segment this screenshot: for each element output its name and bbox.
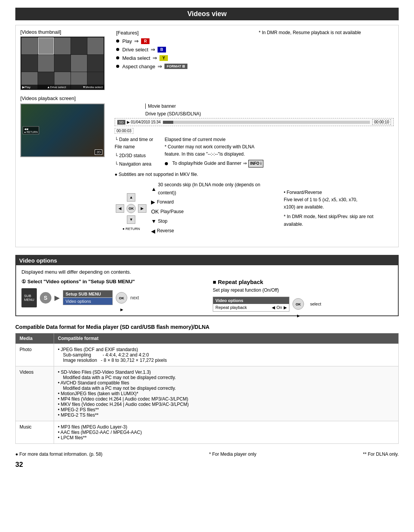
thumbnail-section: [Videos thumbnail] xyxy=(20,29,108,90)
table-row-music: Music • MP3 files (MPEG Audio Layer-3) •… xyxy=(16,421,399,443)
format-videos: • SD-Video Files (SD-Video Standard Ver.… xyxy=(54,366,399,421)
movie-banner-label: Movie banner xyxy=(145,103,394,109)
next-label: next xyxy=(130,295,139,300)
table-row-photo: Photo • JPEG files (DCF and EXIF standar… xyxy=(16,343,399,366)
time-counter: 00:00:03 xyxy=(115,128,133,134)
date-file-label: Date and time orFile name xyxy=(115,137,153,149)
stop-item: ▼ Stop xyxy=(151,217,279,226)
dmr-skip-note: * In DMR mode, Next skip/Prev. skip are … xyxy=(284,213,394,228)
feature-drive-select: Drive select ⇒ B xyxy=(116,46,251,53)
compat-title: Compatible Data format for Media player … xyxy=(15,324,399,330)
repeat-on-value: On xyxy=(276,305,282,310)
dpad-down-button[interactable]: ▼ xyxy=(127,215,135,224)
repeat-playback-header: ■ Repeat playback xyxy=(213,279,393,285)
thumb-cell xyxy=(87,55,104,72)
menu-box-item-video-options[interactable]: Video options xyxy=(63,297,112,305)
arrow-forward-icon: ▶ xyxy=(54,294,60,302)
feature-play: Play ⇒ R xyxy=(116,38,251,44)
controls-labels: ▲ 30 seconds skip (In DLNA mode only (de… xyxy=(151,181,279,236)
bullet-icon xyxy=(165,162,168,165)
repeat-menu-item[interactable]: Repeat playback ◀ On ▶ xyxy=(213,304,289,311)
left-arrow-icon: ◀ xyxy=(151,227,155,236)
thumb-grid xyxy=(21,37,104,90)
sub-menu-icon: SUBMENU xyxy=(21,288,37,307)
timeline-fill xyxy=(163,121,173,124)
sub-menu-text: SUBMENU xyxy=(24,294,34,302)
2d3d-item: └ 2D/3D status xyxy=(115,152,153,159)
top-row: [Videos thumbnail] xyxy=(20,29,394,90)
menu-diagram: SUBMENU S ▶ Setup SUB MENU Video options… xyxy=(21,288,201,307)
media-button-yellow: Y xyxy=(159,55,168,61)
page-number: 32 xyxy=(15,461,399,469)
screen-box: ◀◀● RETURN 2D xyxy=(20,103,105,157)
arrow-right-icon: ⇒ xyxy=(153,55,157,61)
drive-type-label: Drive type (SD/USB/DLNA) xyxy=(145,111,394,117)
arrow-right-icon: ⇒ xyxy=(134,38,139,44)
arrow-guide: ⇒ xyxy=(243,160,247,167)
media-music: Music xyxy=(16,421,54,443)
nav-area-label: Navigation area xyxy=(119,161,151,167)
subtitles-note: ● Subtitles are not supported in MKV fil… xyxy=(115,172,394,177)
thumb-cell xyxy=(38,38,54,54)
dpad-left-button[interactable]: ◀ xyxy=(116,204,124,213)
vo-left: ① Select "Video options" in "Setup SUB M… xyxy=(21,279,201,312)
thumb-cell xyxy=(21,55,38,72)
play-pause-item: OK Play/Pause xyxy=(151,207,279,217)
reverse-item: ◀ Reverse xyxy=(151,227,279,236)
features-label: [Features] xyxy=(116,30,251,36)
2d3d-label: 2D/3D status xyxy=(119,153,146,158)
thumb-cell xyxy=(71,55,87,72)
guide-banner-line: To display/hide Guide and Banner ⇒ INFO … xyxy=(165,160,264,167)
compat-table: Media Compatible format Photo • JPEG fil… xyxy=(15,333,399,444)
thumbnail-label: [Videos thumbnail] xyxy=(20,29,108,35)
play-pause-label: Play/Pause xyxy=(160,208,184,216)
aspect-button-format: FORMAT ⊞ xyxy=(164,64,187,69)
thumb-label-drive: ▲Drive select xyxy=(47,85,66,89)
format-photo: • JPEG files (DCF and EXIF standards) Su… xyxy=(54,343,399,366)
left-annotations: └ Date and time orFile name └ 2D/3D stat… xyxy=(115,136,153,169)
features-section: [Features] Play ⇒ R Drive select ⇒ B Med… xyxy=(116,29,251,90)
repeat-playback-label: Repeat playback xyxy=(215,305,247,310)
time-elapsed: 00:00:10 xyxy=(372,119,391,125)
repeat-ok-button[interactable]: OK▶ xyxy=(292,298,304,310)
feature-media-label: Media select xyxy=(122,55,150,61)
dpad-up-button[interactable]: ▲ xyxy=(127,193,135,202)
stop-label: Stop xyxy=(158,217,168,226)
repeat-menu-header: Video options xyxy=(213,297,289,304)
return-label: ● RETURN xyxy=(123,227,140,231)
play-button-red: R xyxy=(141,38,150,44)
down-arrow-icon: ▼ xyxy=(151,217,156,226)
arrow-indicator: └ xyxy=(115,137,118,142)
ok-button[interactable]: OK▶ xyxy=(116,292,127,304)
arrow-right-icon: ⇒ xyxy=(158,63,162,69)
thumb-label-play: ▶Play xyxy=(22,85,31,89)
media-videos: Videos xyxy=(16,366,54,421)
nav-area-item: └ Navigation area xyxy=(115,161,153,168)
dmr-note-text: * In DMR mode, Resume playback is not av… xyxy=(259,30,394,35)
return-button[interactable]: ◀◀● RETURN xyxy=(23,126,39,135)
media-photo: Photo xyxy=(16,343,54,366)
fwd-rev-notes: • Forward/ReverseFive level of 1 to 5 (x… xyxy=(284,189,394,228)
thumb-cell xyxy=(38,55,54,72)
repeat-menu-box: Video options Repeat playback ◀ On ▶ xyxy=(213,297,289,312)
bullet-icon xyxy=(116,39,119,43)
table-row-videos: Videos • SD-Video Files (SD-Video Standa… xyxy=(16,366,399,421)
feature-aspect-change: Aspect change ⇒ FORMAT ⊞ xyxy=(116,63,251,69)
info-button[interactable]: INFO i xyxy=(248,160,263,167)
thumb-cell xyxy=(54,38,71,54)
dpad-ok-button[interactable]: OK xyxy=(127,204,136,213)
dpad-container: ▲ ◀ OK ▶ ▼ ● RETURN xyxy=(116,193,146,224)
controls-row: ▲ ◀ OK ▶ ▼ ● RETURN ▲ 30 seconds skip (I… xyxy=(20,181,394,236)
drive-button-blue: B xyxy=(158,47,166,53)
repeat-value: ◀ On ▶ xyxy=(272,305,287,310)
bullet-icon xyxy=(116,48,119,51)
dlna-only-text: ** For DLNA only. xyxy=(363,452,399,457)
more-info-text: ● For more data format information. (p. … xyxy=(15,452,102,457)
thumb-cell xyxy=(21,38,38,54)
repeat-subtitle: Set play repeat function (On/Off) xyxy=(213,287,393,293)
skip-label: 30 seconds skip (In DLNA mode only (depe… xyxy=(158,181,279,197)
vo-right: ■ Repeat playback Set play repeat functi… xyxy=(213,279,393,312)
thumb-bottom-bar: ▶Play ▲Drive select ▼Media select xyxy=(21,85,104,90)
counter-note: * Counter may not work correctly with DL… xyxy=(165,143,264,158)
dpad-right-button[interactable]: ▶ xyxy=(138,204,146,213)
